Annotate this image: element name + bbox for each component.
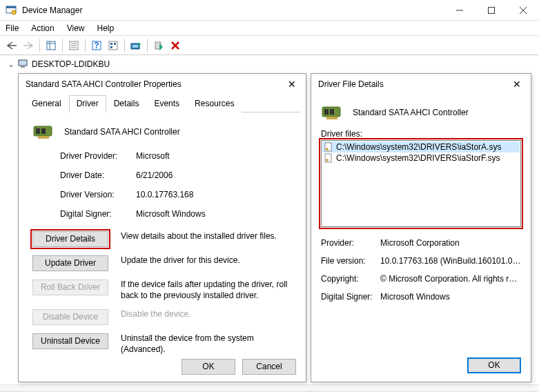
devices-button[interactable] <box>106 38 121 53</box>
rollback-driver-desc: If the device fails after updating the d… <box>121 280 292 301</box>
update-driver-button[interactable] <box>128 38 144 53</box>
driver-file-item[interactable]: C:\Windows\system32\DRIVERS\iaStorF.sys <box>322 153 520 164</box>
value-file-signer: Microsoft Windows <box>380 292 521 302</box>
update-driver-desc: Update the driver for this device. <box>121 255 292 266</box>
disable-device-desc: Disable the device. <box>121 309 292 320</box>
label-file-signer: Digital Signer: <box>321 292 380 302</box>
tab-general[interactable]: General <box>24 95 69 112</box>
label-driver-version: Driver Version: <box>60 190 136 199</box>
svg-rect-29 <box>41 128 46 134</box>
uninstall-device-button[interactable] <box>168 38 183 53</box>
value-driver-version: 10.0.17763.168 <box>136 190 292 199</box>
chevron-down-icon[interactable]: ⌄ <box>7 59 15 69</box>
update-driver-button-dlg[interactable]: Update Driver <box>32 255 108 271</box>
status-bar <box>0 384 539 391</box>
svg-rect-1 <box>6 6 16 8</box>
maximize-button[interactable] <box>476 0 507 21</box>
value-file-copyright: © Microsoft Corporation. All rights rese… <box>380 274 521 284</box>
computer-icon <box>18 59 29 69</box>
driver-files-list[interactable]: C:\Windows\system32\DRIVERS\iaStorA.sys … <box>321 140 521 227</box>
enable-device-button[interactable] <box>151 38 166 53</box>
menubar: File Action View Help <box>0 21 539 36</box>
value-driver-provider: Microsoft <box>136 151 292 161</box>
properties-close-button[interactable]: ✕ <box>285 79 299 90</box>
tree-root-row[interactable]: ⌄ DESKTOP-LDIDKBU <box>7 59 532 69</box>
window-titlebar: Device Manager <box>0 0 539 21</box>
label-driver-provider: Driver Provider: <box>60 151 136 161</box>
svg-rect-19 <box>110 46 112 48</box>
minimize-button[interactable] <box>444 0 476 21</box>
svg-rect-34 <box>326 117 337 119</box>
svg-rect-7 <box>47 41 55 50</box>
svg-text:?: ? <box>94 41 99 50</box>
driver-file-path: C:\Windows\system32\DRIVERS\iaStorF.sys <box>336 153 500 163</box>
controller-icon <box>321 103 343 122</box>
file-details-ok-button[interactable]: OK <box>467 357 521 373</box>
svg-point-2 <box>12 10 16 14</box>
label-driver-date: Driver Date: <box>60 170 136 180</box>
tree-root-label: DESKTOP-LDIDKBU <box>32 59 110 69</box>
properties-ok-button[interactable]: OK <box>182 359 235 375</box>
svg-rect-17 <box>110 43 112 45</box>
svg-rect-4 <box>489 7 495 13</box>
disable-device-button: Disable Device <box>32 309 108 325</box>
label-digital-signer: Digital Signer: <box>60 209 136 219</box>
tab-details[interactable]: Details <box>106 95 147 112</box>
value-file-version: 10.0.17763.168 (WinBuild.160101.0800) <box>380 256 521 266</box>
toolbar: ? <box>0 36 539 55</box>
uninstall-device-button-dlg[interactable]: Uninstall Device <box>32 333 108 349</box>
file-icon <box>324 142 333 152</box>
window-title: Device Manager <box>22 6 444 15</box>
tab-events[interactable]: Events <box>146 95 187 112</box>
properties-cancel-button[interactable]: Cancel <box>242 359 296 375</box>
menu-file[interactable]: File <box>6 23 19 33</box>
svg-rect-28 <box>36 128 40 134</box>
svg-rect-26 <box>21 66 25 68</box>
show-hide-tree-button[interactable] <box>43 38 59 53</box>
properties-button[interactable] <box>66 38 81 53</box>
label-file-copyright: Copyright: <box>321 274 380 284</box>
device-tree[interactable]: ⌄ DESKTOP-LDIDKBU <box>0 55 539 73</box>
tab-driver[interactable]: Driver <box>69 95 106 112</box>
properties-dialog-title: Standard SATA AHCI Controller Properties <box>26 79 285 89</box>
driver-details-desc: View details about the installed driver … <box>121 231 292 242</box>
file-details-close-button[interactable]: ✕ <box>510 79 524 90</box>
label-file-version: File version: <box>321 256 380 266</box>
svg-rect-21 <box>133 45 138 48</box>
menu-view[interactable]: View <box>67 23 85 33</box>
label-file-provider: Provider: <box>321 238 380 248</box>
svg-point-38 <box>326 159 329 161</box>
controller-icon <box>32 122 55 141</box>
help-button[interactable]: ? <box>89 38 104 53</box>
back-button[interactable] <box>4 38 19 53</box>
menu-action[interactable]: Action <box>31 23 54 33</box>
svg-rect-18 <box>114 43 116 45</box>
file-icon <box>324 153 333 163</box>
svg-rect-30 <box>38 136 49 139</box>
svg-rect-33 <box>330 109 334 115</box>
properties-device-name: Standard SATA AHCI Controller <box>64 127 180 137</box>
close-button[interactable] <box>507 0 539 21</box>
driver-file-item[interactable]: C:\Windows\system32\DRIVERS\iaStorA.sys <box>322 141 520 153</box>
value-driver-date: 6/21/2006 <box>136 170 292 180</box>
file-details-device-name: Standard SATA AHCI Controller <box>353 108 469 117</box>
driver-file-path: C:\Windows\system32\DRIVERS\iaStorA.sys <box>336 142 501 152</box>
value-file-provider: Microsoft Corporation <box>380 238 521 248</box>
driver-files-label: Driver files: <box>321 129 521 139</box>
menu-help[interactable]: Help <box>97 23 115 33</box>
tab-resources[interactable]: Resources <box>187 95 242 112</box>
svg-point-36 <box>326 148 329 150</box>
svg-rect-25 <box>19 60 27 66</box>
uninstall-device-desc: Uninstall the device from the system (Ad… <box>121 333 292 355</box>
svg-rect-32 <box>324 109 329 115</box>
file-details-title: Driver File Details <box>318 79 510 89</box>
file-details-dialog: Driver File Details ✕ Standard SATA AHCI… <box>311 73 531 382</box>
forward-button[interactable] <box>21 38 36 53</box>
properties-dialog: Standard SATA AHCI Controller Properties… <box>18 73 306 382</box>
rollback-driver-button: Roll Back Driver <box>32 280 108 295</box>
properties-tabs: General Driver Details Events Resources <box>24 95 300 112</box>
app-icon <box>6 5 17 16</box>
svg-rect-16 <box>109 41 117 50</box>
value-digital-signer: Microsoft Windows <box>136 209 292 219</box>
driver-details-button[interactable]: Driver Details <box>32 231 108 247</box>
